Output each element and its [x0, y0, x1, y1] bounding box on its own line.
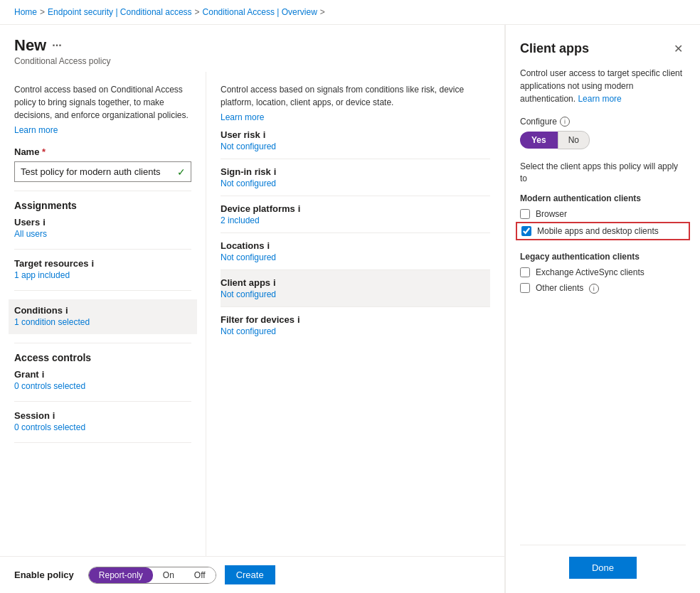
user-risk-label: User risk i: [221, 129, 490, 140]
conditions-learn-more[interactable]: Learn more: [221, 112, 264, 122]
breadcrumb-current[interactable]: Conditional Access | Overview: [203, 7, 317, 17]
conditions-value[interactable]: 1 condition selected: [14, 316, 191, 328]
flyout-header: Client apps ✕: [520, 39, 686, 58]
yes-no-toggle: Yes No: [520, 131, 686, 149]
configure-section: Configure i Yes No: [520, 117, 686, 149]
left-panel: New ··· Conditional Access policy Contro…: [0, 25, 505, 593]
policy-learn-more[interactable]: Learn more: [14, 125, 58, 135]
users-item: Users i All users: [14, 217, 191, 240]
grant-value[interactable]: 0 controls selected: [14, 380, 191, 392]
on-btn[interactable]: On: [153, 567, 184, 583]
bottom-bar: Enable policy Report-only On Off Create: [0, 556, 504, 593]
enable-policy-label: Enable policy: [14, 570, 74, 580]
session-value[interactable]: 0 controls selected: [14, 421, 191, 434]
session-label: Session i: [14, 410, 191, 421]
configure-label: Configure i: [520, 117, 686, 127]
modern-auth-title: Modern authentication clients: [520, 193, 686, 203]
flyout-close-button[interactable]: ✕: [671, 39, 686, 58]
done-button[interactable]: Done: [569, 557, 637, 579]
user-risk-info-icon[interactable]: i: [263, 129, 266, 140]
browser-checkbox[interactable]: [520, 209, 530, 219]
page-title: New: [14, 36, 46, 55]
enable-policy-toggle[interactable]: Report-only On Off: [88, 567, 216, 584]
conditions-section: Conditions i 1 condition selected: [9, 299, 197, 334]
legacy-auth-title: Legacy authentication clients: [520, 252, 686, 262]
device-platforms-value: 2 included: [221, 215, 490, 225]
user-risk-row[interactable]: User risk i Not configured: [221, 122, 490, 159]
page-subtitle: Conditional Access policy: [14, 56, 490, 66]
configure-info-icon[interactable]: i: [560, 117, 570, 127]
access-controls-title: Access controls: [14, 352, 191, 363]
client-apps-row[interactable]: Client apps i Not configured: [221, 270, 490, 307]
create-button[interactable]: Create: [225, 565, 275, 584]
no-button[interactable]: No: [558, 131, 590, 149]
client-apps-value: Not configured: [221, 289, 490, 299]
device-platforms-info-icon[interactable]: i: [298, 203, 301, 214]
breadcrumb-separator-1: >: [40, 7, 45, 17]
other-clients-label[interactable]: Other clients i: [536, 283, 599, 294]
locations-row[interactable]: Locations i Not configured: [221, 233, 490, 270]
flyout-description: Control user access to target specific c…: [520, 67, 686, 105]
user-risk-value: Not configured: [221, 141, 490, 151]
target-resources-label: Target resources i: [14, 258, 191, 269]
target-resources-info-icon[interactable]: i: [92, 258, 95, 269]
page-header: New ··· Conditional Access policy: [0, 25, 504, 72]
policy-description: Control access based on Conditional Acce…: [14, 83, 191, 122]
sign-in-risk-value: Not configured: [221, 178, 490, 188]
conditions-label: Conditions i: [14, 305, 191, 316]
locations-info-icon[interactable]: i: [267, 240, 270, 251]
exchange-checkbox-item: Exchange ActiveSync clients: [520, 267, 686, 277]
browser-checkbox-item: Browser: [520, 209, 686, 219]
other-checkbox-item: Other clients i: [520, 283, 686, 294]
sign-in-risk-info-icon[interactable]: i: [274, 166, 277, 177]
divider-2: [14, 249, 191, 250]
legacy-auth-section: Legacy authentication clients Exchange A…: [520, 252, 686, 299]
yes-button[interactable]: Yes: [520, 132, 558, 149]
sign-in-risk-label: Sign-in risk i: [221, 166, 490, 177]
filter-devices-info-icon[interactable]: i: [297, 314, 300, 325]
flyout-learn-more[interactable]: Learn more: [578, 94, 621, 104]
exchange-label[interactable]: Exchange ActiveSync clients: [536, 267, 645, 277]
breadcrumb: Home > Endpoint security | Conditional a…: [0, 0, 700, 25]
users-info-icon[interactable]: i: [43, 217, 46, 228]
session-info-icon[interactable]: i: [53, 410, 55, 421]
grant-info-icon[interactable]: i: [42, 369, 45, 380]
name-input[interactable]: [14, 161, 191, 182]
divider-3: [14, 290, 191, 291]
breadcrumb-separator-2: >: [195, 7, 200, 17]
check-icon: ✓: [177, 166, 186, 178]
breadcrumb-endpoint[interactable]: Endpoint security | Conditional access: [48, 7, 192, 17]
device-platforms-row[interactable]: Device platforms i 2 included: [221, 196, 490, 233]
filter-devices-row[interactable]: Filter for devices i Not configured: [221, 307, 490, 343]
users-value[interactable]: All users: [14, 228, 191, 240]
filter-devices-label: Filter for devices i: [221, 314, 490, 325]
conditions-info-icon[interactable]: i: [65, 305, 68, 316]
sign-in-risk-row[interactable]: Sign-in risk i Not configured: [221, 159, 490, 196]
target-resources-value[interactable]: 1 app included: [14, 269, 191, 282]
exchange-checkbox[interactable]: [520, 267, 530, 277]
mobile-checkbox-item: Mobile apps and desktop clients: [516, 222, 690, 240]
name-label: Name *: [14, 146, 191, 157]
report-only-btn[interactable]: Report-only: [89, 567, 153, 583]
session-item: Session i 0 controls selected: [14, 410, 191, 434]
device-platforms-label: Device platforms i: [221, 203, 490, 214]
policy-config-column: Control access based on Conditional Acce…: [0, 72, 206, 556]
conditions-column: Control access based on signals from con…: [206, 72, 504, 556]
other-checkbox[interactable]: [520, 283, 530, 293]
ellipsis-menu[interactable]: ···: [52, 39, 61, 52]
divider-6: [14, 442, 191, 443]
divider-5: [14, 401, 191, 402]
breadcrumb-home[interactable]: Home: [14, 7, 37, 17]
page-title-row: New ···: [14, 36, 490, 55]
locations-value: Not configured: [221, 252, 490, 262]
off-btn[interactable]: Off: [184, 567, 216, 583]
done-bar: Done: [520, 545, 686, 579]
mobile-label[interactable]: Mobile apps and desktop clients: [537, 226, 659, 236]
other-clients-info-icon[interactable]: i: [589, 284, 599, 294]
filter-devices-value: Not configured: [221, 326, 490, 336]
conditions-description: Control access based on signals from con…: [221, 83, 490, 109]
client-apps-info-icon[interactable]: i: [273, 277, 276, 288]
mobile-checkbox[interactable]: [521, 226, 531, 236]
assignments-title: Assignments: [14, 200, 191, 211]
browser-label[interactable]: Browser: [536, 209, 567, 219]
